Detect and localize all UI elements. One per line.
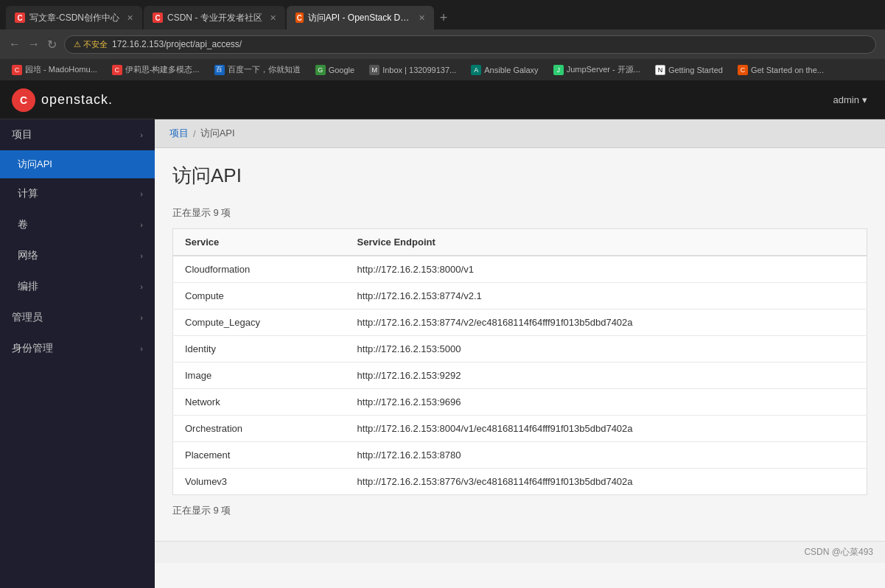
tab-icon-3: C (295, 13, 304, 23)
sidebar-group-identity: 身份管理 › (0, 333, 155, 364)
sidebar-group-compute: 计算 › (0, 178, 155, 209)
browser-chrome: C 写文章-CSDN创作中心 ✕ C CSDN - 专业开发者社区 ✕ C 访问… (0, 0, 885, 81)
bookmark-icon-4: G (315, 65, 326, 75)
back-button[interactable]: ← (9, 38, 21, 51)
forward-button[interactable]: → (28, 38, 40, 51)
api-table-body: Cloudformationhttp://172.16.2.153:8000/v… (173, 256, 867, 495)
sidebar-group-orchestration: 编排 › (0, 271, 155, 302)
sidebar-group-project: 项目 › 访问API (0, 119, 155, 178)
sidebar-group-admin: 管理员 › (0, 302, 155, 333)
tab-bar: C 写文章-CSDN创作中心 ✕ C CSDN - 专业开发者社区 ✕ C 访问… (0, 0, 885, 29)
table-header: Service Service Endpoint (173, 229, 867, 256)
bookmark-icon-5: M (369, 65, 379, 75)
table-row: Computehttp://172.16.2.153:8774/v2.1 (173, 283, 867, 309)
cell-endpoint-3: http://172.16.2.153:5000 (346, 336, 867, 363)
compute-chevron: › (140, 189, 143, 198)
cell-endpoint-1: http://172.16.2.153:8774/v2.1 (346, 283, 867, 309)
bookmark-3[interactable]: 百 百度一下，你就知道 (209, 63, 307, 77)
sidebar-group-header-network[interactable]: 网络 › (0, 240, 155, 271)
api-table: Service Service Endpoint Cloudformationh… (172, 228, 867, 495)
cell-service-2: Compute_Legacy (173, 309, 346, 336)
cell-endpoint-4: http://172.16.2.153:9292 (346, 363, 867, 389)
sidebar-group-header-project[interactable]: 项目 › (0, 119, 155, 150)
sidebar-group-label-network: 网络 (18, 249, 38, 262)
bookmark-label-6: Ansible Galaxy (484, 66, 538, 74)
openstack-logo: C openstack. (12, 88, 113, 112)
sidebar-group-header-orchestration[interactable]: 编排 › (0, 271, 155, 302)
cell-service-0: Cloudformation (173, 256, 346, 283)
tab-close-1[interactable]: ✕ (127, 13, 133, 23)
cell-endpoint-2: http://172.16.2.153:8774/v2/ec48168114f6… (346, 309, 867, 336)
admin-arrow: ▾ (862, 94, 867, 105)
bookmark-label-5: Inbox | 132099137... (382, 66, 456, 74)
cell-service-7: Placement (173, 442, 346, 469)
table-header-row: Service Service Endpoint (173, 229, 867, 256)
volumes-chevron: › (140, 220, 143, 229)
project-chevron: › (140, 130, 143, 139)
sidebar-group-header-admin[interactable]: 管理员 › (0, 302, 155, 333)
tab-csdn-write[interactable]: C 写文章-CSDN创作中心 ✕ (6, 6, 142, 29)
bookmark-label-4: Google (329, 66, 354, 74)
app: C openstack. admin ▾ 项目 › 访问API (0, 81, 885, 588)
cell-endpoint-0: http://172.16.2.153:8000/v1 (346, 256, 867, 283)
admin-label: admin (833, 94, 859, 105)
cell-service-3: Identity (173, 336, 346, 363)
cell-service-1: Compute (173, 283, 346, 309)
admin-menu[interactable]: admin ▾ (828, 91, 873, 108)
sidebar-group-header-compute[interactable]: 计算 › (0, 178, 155, 209)
bookmark-1[interactable]: C 园培 - MadoHomu... (6, 63, 103, 77)
reload-button[interactable]: ↻ (47, 38, 57, 52)
bookmark-label-9: Get Started on the... (751, 66, 824, 74)
table-row: Imagehttp://172.16.2.153:9292 (173, 363, 867, 389)
address-bar: ← → ↻ ⚠ 不安全 172.16.2.153/project/api_acc… (0, 29, 885, 59)
cell-service-6: Orchestration (173, 416, 346, 442)
bookmark-9[interactable]: C Get Started on the... (732, 63, 830, 77)
table-row: Networkhttp://172.16.2.153:9696 (173, 389, 867, 416)
bookmark-8[interactable]: N Getting Started (649, 63, 729, 77)
bookmark-5[interactable]: M Inbox | 132099137... (363, 63, 462, 77)
address-input[interactable]: ⚠ 不安全 172.16.2.153/project/api_access/ (64, 35, 876, 54)
bookmark-6[interactable]: A Ansible Galaxy (465, 63, 544, 77)
tab-label-1: 写文章-CSDN创作中心 (29, 12, 119, 24)
col-endpoint: Service Endpoint (346, 229, 867, 256)
sidebar-group-label-project: 项目 (12, 128, 32, 141)
network-chevron: › (140, 251, 143, 260)
sidebar-group-header-volumes[interactable]: 卷 › (0, 209, 155, 240)
tab-close-3[interactable]: ✕ (419, 13, 425, 23)
sidebar-item-api-access[interactable]: 访问API (0, 150, 155, 178)
bookmark-4[interactable]: G Google (309, 63, 360, 77)
bookmark-7[interactable]: J JumpServer - 开源... (548, 63, 646, 77)
table-row: Cloudformationhttp://172.16.2.153:8000/v… (173, 256, 867, 283)
count-label-top: 正在显示 9 项 (172, 206, 867, 220)
cell-endpoint-8: http://172.16.2.153:8776/v3/ec48168114f6… (346, 469, 867, 495)
sidebar-group-label-compute: 计算 (18, 187, 38, 200)
bookmark-icon-2: C (112, 65, 122, 75)
new-tab-button[interactable]: + (435, 10, 452, 26)
sidebar-group-label-admin: 管理员 (12, 311, 43, 324)
sidebar-group-label-volumes: 卷 (18, 218, 28, 231)
admin-chevron: › (140, 313, 143, 322)
tab-csdn-community[interactable]: C CSDN - 专业开发者社区 ✕ (144, 6, 285, 29)
bookmark-icon-7: J (553, 65, 564, 75)
sidebar-group-header-identity[interactable]: 身份管理 › (0, 333, 155, 364)
cell-endpoint-6: http://172.16.2.153:8004/v1/ec48168114f6… (346, 416, 867, 442)
tab-close-2[interactable]: ✕ (270, 13, 276, 23)
bookmarks-bar: C 园培 - MadoHomu... C 伊莉思-构建多模态... 百 百度一下… (0, 59, 885, 81)
count-label-bottom: 正在显示 9 项 (172, 504, 867, 517)
cell-endpoint-7: http://172.16.2.153:8780 (346, 442, 867, 469)
col-service: Service (173, 229, 346, 256)
openstack-brand: openstack. (41, 92, 113, 108)
cell-service-5: Network (173, 389, 346, 416)
tab-icon-2: C (153, 13, 163, 23)
sidebar-group-label-orchestration: 编排 (18, 280, 38, 293)
bookmark-icon-9: C (738, 65, 748, 75)
bookmark-2[interactable]: C 伊莉思-构建多模态... (106, 63, 206, 77)
sidebar-group-label-identity: 身份管理 (12, 342, 53, 355)
sidebar-group-volumes: 卷 › (0, 209, 155, 240)
cell-service-4: Image (173, 363, 346, 389)
tab-icon-1: C (15, 13, 25, 23)
bookmark-label-2: 伊莉思-构建多模态... (125, 64, 200, 75)
breadcrumb-project[interactable]: 项目 (169, 127, 189, 140)
tab-label-2: CSDN - 专业开发者社区 (167, 12, 262, 24)
tab-openstack[interactable]: C 访问API - OpenStack Dashboard ✕ (287, 6, 434, 29)
